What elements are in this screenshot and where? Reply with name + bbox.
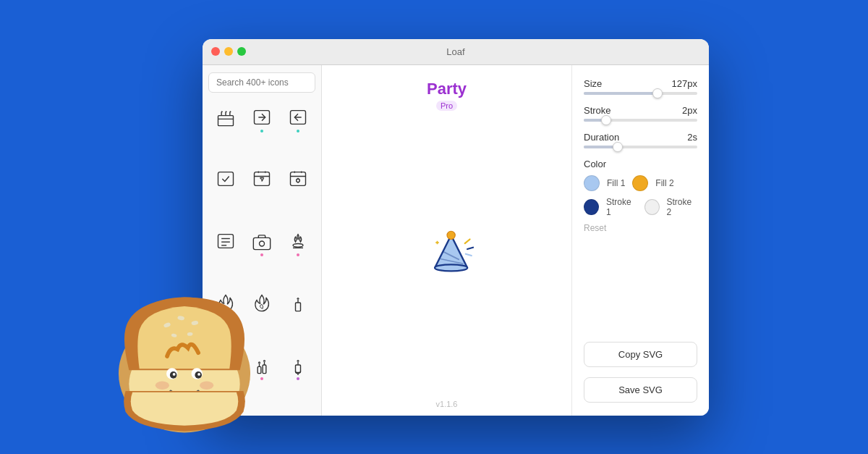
pro-badge: Pro (436, 101, 457, 111)
svg-point-47 (447, 231, 455, 239)
stroke-slider-thumb[interactable] (601, 115, 611, 125)
icon-camera[interactable] (244, 224, 279, 258)
size-slider-thumb[interactable] (652, 88, 663, 98)
svg-rect-24 (296, 303, 301, 311)
party-icon-preview (414, 223, 480, 288)
svg-rect-9 (255, 172, 270, 186)
stroke-slider-track[interactable] (584, 119, 697, 122)
icon-check-square[interactable] (208, 161, 243, 196)
dot-indicator (297, 253, 299, 256)
mascot (105, 273, 264, 440)
window-title: Loaf (446, 46, 464, 57)
window-body: Party Pro (203, 65, 709, 416)
stroke2-label: Stroke 2 (667, 197, 697, 217)
icon-campfire[interactable] (281, 224, 315, 258)
svg-rect-20 (253, 237, 270, 249)
stroke1-swatch[interactable] (584, 199, 599, 215)
duration-control: Duration 2s (584, 132, 697, 148)
stroke-value: 2px (682, 105, 697, 116)
svg-point-66 (200, 382, 213, 390)
icon-candle1[interactable] (281, 285, 315, 320)
fill1-row: Fill 1 Fill 2 (584, 175, 697, 191)
version-text: v1.1.6 (436, 400, 458, 416)
stroke-label: Stroke (584, 105, 611, 116)
reset-button[interactable]: Reset (584, 223, 697, 233)
stroke2-swatch[interactable] (644, 199, 660, 215)
dot-indicator (260, 253, 263, 256)
minimize-button[interactable] (224, 47, 233, 56)
icon-cake[interactable] (208, 100, 243, 135)
icon-name-section: Party Pro (427, 80, 467, 112)
color-section: Color Fill 1 Fill 2 Stroke 1 Stroke 2 Re… (584, 159, 697, 233)
stroke-control: Stroke 2px (584, 105, 697, 122)
copy-svg-button[interactable]: Copy SVG (584, 342, 697, 367)
save-svg-button[interactable]: Save SVG (584, 377, 697, 403)
svg-line-49 (467, 247, 473, 248)
mascot-svg (105, 273, 264, 440)
icon-candle-mic[interactable] (281, 348, 315, 382)
icon-arrow-left-box[interactable] (281, 100, 315, 135)
maximize-button[interactable] (237, 47, 246, 56)
stroke1-row: Stroke 1 Stroke 2 (584, 197, 697, 217)
svg-rect-0 (218, 115, 234, 125)
dot-indicator (297, 130, 299, 133)
duration-value: 2s (687, 132, 697, 143)
close-button[interactable] (211, 47, 220, 56)
svg-point-13 (297, 179, 300, 182)
size-label: Size (584, 78, 602, 89)
color-label: Color (584, 159, 697, 169)
svg-marker-43 (435, 235, 467, 267)
size-slider-track[interactable] (584, 92, 697, 95)
duration-slider-track[interactable] (584, 146, 697, 148)
size-value: 127px (672, 78, 697, 89)
preview-area (414, 112, 480, 400)
svg-point-63 (173, 373, 176, 376)
icon-list[interactable] (208, 224, 243, 258)
right-panel: Size 127px Stroke 2px (571, 65, 709, 416)
svg-point-21 (260, 241, 265, 246)
icon-arrow-right-box[interactable] (244, 100, 279, 135)
duration-slider-thumb[interactable] (613, 142, 623, 152)
icon-heart-calendar[interactable] (244, 161, 279, 196)
svg-line-50 (465, 253, 471, 255)
svg-point-46 (435, 264, 467, 271)
size-slider-fill (584, 92, 658, 95)
dot-indicator (260, 130, 263, 133)
svg-rect-34 (296, 365, 301, 373)
stroke1-label: Stroke 1 (606, 197, 637, 217)
search-input[interactable] (208, 72, 315, 93)
icon-settings-calendar[interactable] (281, 161, 315, 196)
svg-line-48 (464, 239, 469, 243)
fill2-label: Fill 2 (655, 178, 673, 188)
svg-rect-8 (218, 172, 234, 186)
fill1-label: Fill 1 (607, 178, 625, 188)
svg-point-22 (293, 243, 303, 247)
icon-title: Party (427, 80, 467, 98)
svg-point-64 (197, 373, 200, 376)
dot-indicator (297, 377, 299, 380)
svg-point-65 (156, 382, 169, 390)
traffic-lights (211, 47, 246, 56)
fill2-swatch[interactable] (632, 175, 648, 191)
app-window: Loaf (203, 39, 709, 416)
center-panel: Party Pro (322, 65, 571, 416)
size-control: Size 127px (584, 78, 697, 95)
duration-label: Duration (584, 132, 619, 143)
titlebar: Loaf (203, 39, 709, 65)
fill1-swatch[interactable] (584, 175, 600, 191)
